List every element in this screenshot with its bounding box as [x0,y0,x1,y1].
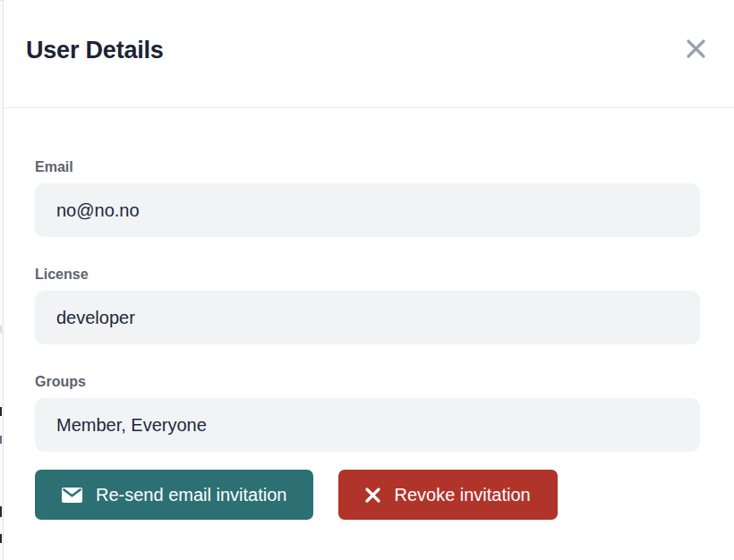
groups-value: Member, Everyone [56,415,207,436]
modal-header: User Details [4,0,734,108]
envelope-icon [62,488,82,503]
field-group-license: License developer [35,266,700,344]
email-field[interactable]: no@no.no [35,183,700,237]
close-button[interactable] [683,36,709,62]
license-value: developer [56,308,135,328]
revoke-button-label: Revoke invitation [394,486,530,504]
email-label: Email [35,158,700,176]
license-label: License [35,266,700,284]
page-edge-artifact [0,326,2,333]
resend-button-label: Re-send email invitation [96,486,286,504]
groups-field[interactable]: Member, Everyone [35,398,700,452]
revoke-invitation-button[interactable]: Revoke invitation [338,470,557,520]
modal-body: Email no@no.no License developer Groups … [4,158,734,520]
license-field[interactable]: developer [35,291,700,344]
page-edge-artifact [0,506,2,517]
field-group-groups: Groups Member, Everyone [35,373,700,452]
field-group-email: Email no@no.no [35,158,700,237]
close-icon [685,38,707,60]
page-edge-artifact [0,436,2,444]
modal-title: User Details [26,36,164,64]
resend-invitation-button[interactable]: Re-send email invitation [35,470,313,520]
page-edge-artifact [0,534,2,543]
user-details-modal: User Details Email no@no.no License deve… [3,0,734,560]
action-buttons-row: Re-send email invitation Revoke invitati… [35,470,700,520]
groups-label: Groups [35,373,700,391]
page-edge-artifact [0,407,2,416]
x-icon [365,488,380,503]
email-value: no@no.no [56,200,140,221]
